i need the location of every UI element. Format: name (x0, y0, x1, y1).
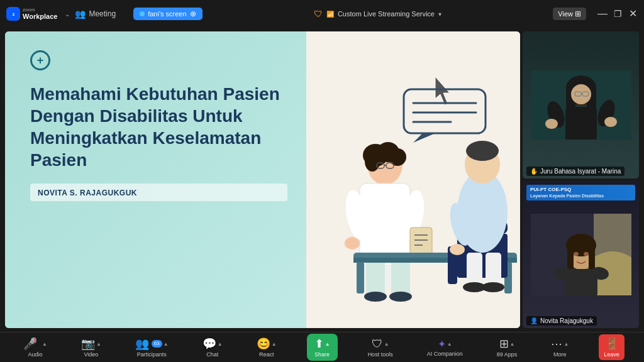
maximize-button[interactable]: ❐ (613, 9, 623, 19)
participants-icon: 👥 (135, 337, 149, 351)
slide-left: + Memahami Kebutuhan Pasien Dengan Disab… (5, 31, 306, 328)
novita-label: 👤 Novita Rajagukguk (526, 316, 597, 326)
leave-icon: 🚪 (605, 337, 619, 351)
audio-button[interactable]: 🎤 / ▲ Audio (19, 337, 51, 358)
panel-top-bg (523, 31, 639, 178)
gallery-icon: ⊞ (575, 9, 581, 18)
audio-chevron[interactable]: ▲ (42, 341, 47, 347)
chat-icon: 💬 (203, 337, 216, 351)
video-button[interactable]: 📷 ▲ Video (77, 337, 105, 358)
app-menu-chevron[interactable]: ⌄ (65, 11, 70, 18)
presentation-slide: + Memahami Kebutuhan Pasien Dengan Disab… (5, 31, 520, 328)
svg-point-28 (389, 292, 412, 302)
svg-point-58 (545, 119, 558, 129)
svg-rect-26 (391, 259, 410, 297)
react-button[interactable]: 😊 ▲ React (253, 337, 280, 358)
svg-point-67 (574, 252, 579, 256)
leave-button[interactable]: 🚪 Leave (599, 334, 625, 360)
ai-companion-button[interactable]: ✦ ▲ AI Companion (423, 338, 467, 357)
view-button[interactable]: View ⊞ (553, 8, 586, 20)
apps-chevron[interactable]: ▲ (510, 341, 515, 347)
audio-label: Audio (28, 351, 42, 358)
screen-share-dot (140, 11, 145, 16)
zoom-wordmark: zoom Workplace (23, 8, 57, 21)
more-button[interactable]: ⋯ ▲ More (547, 337, 572, 358)
participants-icon: 👥 (75, 9, 86, 19)
participants-label: Participants (137, 351, 167, 358)
camera-icon: 📷 (81, 337, 95, 351)
streaming-info: 🛡 📶 Custom Live Streaming Service ▾ (208, 9, 548, 19)
more-label: More (553, 351, 567, 358)
ai-chevron[interactable]: ▲ (447, 341, 452, 347)
svg-rect-40 (486, 253, 501, 287)
video-label: Video (84, 351, 98, 358)
sidebar-videos: ✋ Juru Bahasa Isyarat - Marina PUI-PT CO… (523, 31, 639, 328)
slide-right (306, 31, 520, 328)
panel-bottom-bg (523, 181, 639, 328)
shield-host-icon: 🛡 (372, 337, 383, 351)
svg-point-27 (364, 292, 387, 302)
chat-label: Chat (206, 351, 218, 358)
react-icon: 😊 (257, 337, 270, 351)
more-icon: ⋯ (551, 337, 562, 351)
top-bar: z zoom Workplace ⌄ 👥 Meeting fani's scre… (0, 0, 644, 28)
person-icon: 👤 (530, 317, 538, 324)
interpreter-label: ✋ Juru Bahasa Isyarat - Marina (526, 167, 625, 176)
ai-companion-label: AI Companion (427, 351, 463, 357)
screen-share-options[interactable]: ⊕ (190, 9, 196, 18)
apps-label: 89 Apps (497, 351, 518, 358)
hand-icon: ✋ (530, 168, 538, 175)
react-chevron[interactable]: ▲ (272, 341, 277, 347)
svg-point-42 (482, 282, 504, 292)
svg-point-68 (584, 252, 589, 256)
svg-rect-39 (467, 253, 482, 287)
illustration-svg (309, 58, 517, 328)
bottom-toolbar: 🎤 / ▲ Audio 📷 ▲ Video 👥 63 ▲ Participant… (0, 332, 644, 362)
react-label: React (259, 351, 274, 358)
svg-point-19 (345, 237, 360, 250)
minimize-button[interactable]: — (597, 9, 608, 19)
ai-star-icon: ✦ (438, 338, 446, 350)
participants-button[interactable]: 👥 63 ▲ Participants (131, 337, 172, 358)
share-icon: ⬆ (314, 337, 324, 351)
slide-author: NOVITA S. RAJAGUKGUK (38, 189, 137, 197)
svg-rect-31 (357, 262, 364, 293)
zoom-logo: z zoom Workplace (6, 7, 57, 21)
streaming-chevron[interactable]: ▾ (438, 11, 441, 18)
svg-point-38 (466, 141, 499, 161)
novita-video (531, 214, 631, 295)
slash-icon: / (33, 336, 36, 346)
video-panel-interpreter: ✋ Juru Bahasa Isyarat - Marina (523, 31, 639, 178)
host-chevron[interactable]: ▲ (384, 341, 389, 347)
shield-icon: 🛡 (314, 9, 323, 19)
apps-button[interactable]: ⊞ ▲ 89 Apps (493, 337, 521, 358)
pui-badge: PUI-PT COE-PSQ Layanan Kepada Pasien Dis… (526, 185, 635, 200)
close-button[interactable]: ✕ (628, 9, 638, 19)
share-label: Share (314, 351, 330, 358)
svg-point-11 (389, 148, 406, 166)
window-controls: — ❐ ✕ (597, 9, 638, 19)
svg-rect-21 (410, 228, 432, 256)
more-chevron[interactable]: ▲ (564, 341, 569, 347)
meeting-label: 👥 Meeting (75, 9, 116, 19)
interpreter-video (531, 70, 631, 140)
video-panel-novita: PUI-PT COE-PSQ Layanan Kepada Pasien Dis… (523, 181, 639, 328)
slide-title: Memahami Kebutuhan Pasien Dengan Disabil… (30, 83, 287, 171)
medical-cross-icon: + (30, 50, 50, 70)
slide-author-badge: NOVITA S. RAJAGUKGUK (30, 184, 287, 201)
apps-icon: ⊞ (499, 337, 509, 351)
svg-point-44 (450, 244, 465, 255)
screen-share-badge: fani's screen ⊕ (133, 8, 202, 20)
main-area: + Memahami Kebutuhan Pasien Dengan Disab… (0, 28, 644, 332)
share-button[interactable]: ⬆ ▲ Share (307, 334, 338, 361)
slide-content: + Memahami Kebutuhan Pasien Dengan Disab… (5, 31, 520, 328)
chat-chevron[interactable]: ▲ (218, 341, 223, 347)
host-tools-button[interactable]: 🛡 ▲ Host tools (364, 337, 397, 358)
share-chevron[interactable]: ▲ (325, 341, 330, 347)
participants-chevron[interactable]: ▲ (164, 341, 169, 347)
wifi-icon: 📶 (326, 11, 334, 18)
svg-rect-25 (366, 259, 385, 297)
svg-point-59 (604, 117, 617, 127)
chat-button[interactable]: 💬 ▲ Chat (199, 337, 226, 358)
video-chevron[interactable]: ▲ (96, 341, 101, 347)
